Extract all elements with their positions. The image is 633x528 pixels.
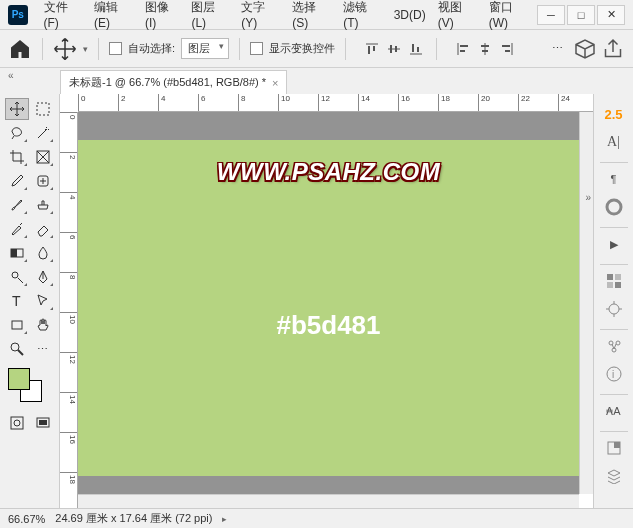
menu-layer[interactable]: 图层(L) bbox=[185, 0, 235, 34]
dropdown-arrow-icon[interactable]: ▾ bbox=[83, 44, 88, 54]
status-bar: 66.67% 24.69 厘米 x 17.64 厘米 (72 ppi) ▸ bbox=[0, 508, 633, 528]
3d-mode-icon[interactable] bbox=[573, 37, 597, 61]
auto-select-checkbox[interactable] bbox=[109, 42, 122, 55]
path-selection-tool[interactable] bbox=[31, 290, 55, 312]
character-panel-icon[interactable]: A| bbox=[600, 130, 628, 154]
divider bbox=[436, 38, 437, 60]
menu-3d[interactable]: 3D(D) bbox=[388, 4, 432, 26]
svg-rect-24 bbox=[11, 249, 17, 257]
expand-panels-right-icon[interactable]: » bbox=[585, 192, 591, 203]
auto-select-dropdown[interactable]: 图层 bbox=[181, 38, 229, 59]
actions-panel-icon[interactable]: ▶ bbox=[600, 232, 628, 256]
expand-panels-left-icon[interactable]: « bbox=[8, 70, 14, 81]
show-transform-checkbox[interactable] bbox=[250, 42, 263, 55]
move-tool[interactable] bbox=[5, 98, 29, 120]
document-dimensions[interactable]: 24.69 厘米 x 17.64 厘米 (72 ppi) bbox=[55, 511, 212, 526]
divider bbox=[98, 38, 99, 60]
blur-tool[interactable] bbox=[31, 242, 55, 264]
svg-rect-7 bbox=[412, 44, 414, 52]
magic-wand-tool[interactable] bbox=[31, 122, 55, 144]
color-panel-icon[interactable] bbox=[600, 195, 628, 219]
frame-tool[interactable] bbox=[31, 146, 55, 168]
minimize-button[interactable]: ─ bbox=[537, 5, 565, 25]
swatches-panel-icon[interactable] bbox=[600, 269, 628, 293]
home-button[interactable] bbox=[8, 37, 32, 61]
hand-tool[interactable] bbox=[31, 314, 55, 336]
menu-bar: Ps 文件(F) 编辑(E) 图像(I) 图层(L) 文字(Y) 选择(S) 滤… bbox=[0, 0, 633, 30]
svg-point-25 bbox=[12, 272, 18, 278]
info-panel-icon[interactable]: i bbox=[600, 362, 628, 386]
align-top-icon[interactable] bbox=[362, 40, 382, 58]
close-button[interactable]: ✕ bbox=[597, 5, 625, 25]
svg-text:i: i bbox=[612, 369, 614, 380]
screen-mode-icon[interactable] bbox=[31, 412, 55, 434]
zoom-tool[interactable] bbox=[5, 338, 29, 360]
ruler-horizontal[interactable]: 024681012141618202224 bbox=[78, 94, 593, 112]
foreground-color-swatch[interactable] bbox=[8, 368, 30, 390]
clone-stamp-tool[interactable] bbox=[31, 194, 55, 216]
status-menu-icon[interactable]: ▸ bbox=[222, 514, 227, 524]
auto-select-label: 自动选择: bbox=[128, 41, 175, 56]
lasso-tool[interactable] bbox=[5, 122, 29, 144]
marquee-tool[interactable] bbox=[31, 98, 55, 120]
menu-filter[interactable]: 滤镜(T) bbox=[337, 0, 387, 34]
menu-view[interactable]: 视图(V) bbox=[432, 0, 483, 34]
document-canvas[interactable]: WWW.PSAHZ.COM #b5d481 bbox=[78, 140, 579, 476]
paragraph-panel-icon[interactable]: ¶ bbox=[600, 167, 628, 191]
svg-rect-36 bbox=[607, 274, 613, 280]
libraries-panel-icon[interactable] bbox=[600, 334, 628, 358]
eyedropper-tool[interactable] bbox=[5, 170, 29, 192]
move-tool-icon[interactable] bbox=[53, 37, 77, 61]
more-options-icon[interactable]: ⋯ bbox=[545, 37, 569, 61]
eraser-tool[interactable] bbox=[31, 218, 55, 240]
svg-rect-38 bbox=[607, 282, 613, 288]
edit-toolbar-icon[interactable]: ⋯ bbox=[31, 338, 55, 360]
scrollbar-vertical[interactable] bbox=[579, 112, 593, 494]
layers-panel-icon[interactable] bbox=[600, 464, 628, 488]
share-icon[interactable] bbox=[601, 37, 625, 61]
zoom-level[interactable]: 66.67% bbox=[8, 513, 45, 525]
svg-rect-4 bbox=[390, 45, 392, 53]
watermark-text: WWW.PSAHZ.COM bbox=[217, 158, 440, 186]
svg-line-26 bbox=[18, 278, 23, 283]
menu-select[interactable]: 选择(S) bbox=[286, 0, 337, 34]
maximize-button[interactable]: □ bbox=[567, 5, 595, 25]
brush-size-indicator[interactable]: 2.5 bbox=[600, 102, 628, 126]
svg-rect-13 bbox=[481, 45, 489, 47]
brush-tool[interactable] bbox=[5, 194, 29, 216]
dodge-tool[interactable] bbox=[5, 266, 29, 288]
gradient-tool[interactable] bbox=[5, 242, 29, 264]
rectangle-tool[interactable] bbox=[5, 314, 29, 336]
canvas-viewport[interactable]: WWW.PSAHZ.COM #b5d481 bbox=[78, 112, 579, 494]
history-brush-tool[interactable] bbox=[5, 218, 29, 240]
properties-panel-icon[interactable] bbox=[600, 436, 628, 460]
svg-rect-37 bbox=[615, 274, 621, 280]
menu-image[interactable]: 图像(I) bbox=[139, 0, 185, 34]
type-tool[interactable]: T bbox=[5, 290, 29, 312]
menu-type[interactable]: 文字(Y) bbox=[235, 0, 286, 34]
healing-brush-tool[interactable] bbox=[31, 170, 55, 192]
show-transform-label: 显示变换控件 bbox=[269, 41, 335, 56]
menu-edit[interactable]: 编辑(E) bbox=[88, 0, 139, 34]
crop-tool[interactable] bbox=[5, 146, 29, 168]
pasteboard-bottom bbox=[78, 476, 579, 494]
align-right-icon[interactable] bbox=[497, 40, 517, 58]
document-tab-title: 未标题-1 @ 66.7% (#b5d481, RGB/8#) * bbox=[69, 75, 266, 90]
adjustments-panel-icon[interactable] bbox=[600, 297, 628, 321]
align-hcenter-icon[interactable] bbox=[475, 40, 495, 58]
quick-mask-icon[interactable] bbox=[5, 412, 29, 434]
menu-file[interactable]: 文件(F) bbox=[38, 0, 88, 34]
glyphs-panel-icon[interactable]: ₳A bbox=[600, 399, 628, 423]
scrollbar-horizontal[interactable] bbox=[78, 494, 579, 508]
align-vcenter-icon[interactable] bbox=[384, 40, 404, 58]
svg-point-32 bbox=[14, 420, 20, 426]
align-bottom-icon[interactable] bbox=[406, 40, 426, 58]
align-left-icon[interactable] bbox=[453, 40, 473, 58]
menu-window[interactable]: 窗口(W) bbox=[483, 0, 537, 34]
tab-close-icon[interactable]: × bbox=[272, 77, 278, 89]
document-tab-bar: « 未标题-1 @ 66.7% (#b5d481, RGB/8#) * × bbox=[0, 68, 633, 94]
pen-tool[interactable] bbox=[31, 266, 55, 288]
ruler-vertical[interactable]: 024681012141618 bbox=[60, 112, 78, 508]
document-tab[interactable]: 未标题-1 @ 66.7% (#b5d481, RGB/8#) * × bbox=[60, 70, 287, 94]
svg-rect-5 bbox=[395, 46, 397, 52]
